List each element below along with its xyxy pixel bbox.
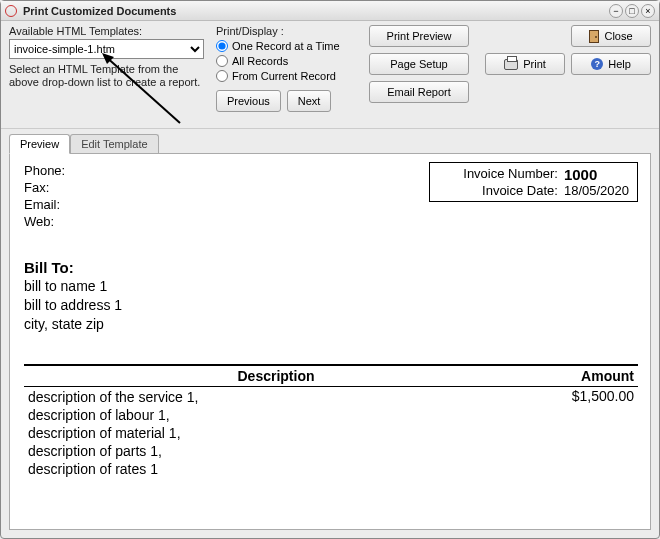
- items-table: Description Amount description of the se…: [24, 364, 638, 479]
- close-button[interactable]: Close: [571, 25, 651, 47]
- radio-from-current[interactable]: From Current Record: [216, 70, 357, 82]
- invoice-number-label: Invoice Number:: [438, 166, 558, 183]
- email-report-button[interactable]: Email Report: [369, 81, 469, 103]
- template-hint: Select an HTML Template from the above d…: [9, 63, 204, 89]
- radio-all-records[interactable]: All Records: [216, 55, 357, 67]
- tab-preview[interactable]: Preview: [9, 134, 70, 154]
- col-description: Description: [24, 365, 528, 387]
- invoice-date-label: Invoice Date:: [438, 183, 558, 198]
- tabs: Preview Edit Template: [1, 129, 659, 153]
- previous-button[interactable]: Previous: [216, 90, 281, 112]
- items-tbody: description of the service 1, descriptio…: [24, 387, 638, 480]
- row-amount: $1,500.00: [528, 387, 638, 480]
- print-button[interactable]: Print: [485, 53, 565, 75]
- tab-edit-template[interactable]: Edit Template: [70, 134, 158, 154]
- radio-all-records-input[interactable]: [216, 55, 228, 67]
- bill-to-address: bill to address 1: [24, 296, 638, 315]
- help-button[interactable]: ? Help: [571, 53, 651, 75]
- invoice-info-box: Invoice Number: 1000 Invoice Date: 18/05…: [429, 162, 638, 202]
- bill-to-heading: Bill To:: [24, 258, 638, 277]
- door-icon: [589, 30, 599, 43]
- invoice-number-value: 1000: [564, 166, 597, 183]
- page-setup-button[interactable]: Page Setup: [369, 53, 469, 75]
- titlebar[interactable]: Print Customized Documents − □ ×: [1, 1, 659, 21]
- toolbar-panel: Available HTML Templates: invoice-simple…: [1, 21, 659, 129]
- radio-one-record[interactable]: One Record at a Time: [216, 40, 357, 52]
- col-amount: Amount: [528, 365, 638, 387]
- radio-from-current-input[interactable]: [216, 70, 228, 82]
- printer-icon: [504, 59, 518, 70]
- next-button[interactable]: Next: [287, 90, 332, 112]
- templates-label: Available HTML Templates:: [9, 25, 204, 37]
- print-preview-button[interactable]: Print Preview: [369, 25, 469, 47]
- print-documents-window: Print Customized Documents − □ × Availab…: [0, 0, 660, 539]
- preview-pane: Invoice Number: 1000 Invoice Date: 18/05…: [9, 153, 651, 530]
- print-display-label: Print/Display :: [216, 25, 357, 37]
- close-window-button[interactable]: ×: [641, 4, 655, 18]
- row-description: description of the service 1, descriptio…: [24, 387, 528, 480]
- app-icon: [5, 5, 17, 17]
- help-icon: ?: [591, 58, 603, 70]
- template-select[interactable]: invoice-simple-1.htm: [9, 39, 204, 59]
- bill-to-name: bill to name 1: [24, 277, 638, 296]
- maximize-button[interactable]: □: [625, 4, 639, 18]
- invoice-date-value: 18/05/2020: [564, 183, 629, 198]
- web-label: Web:: [24, 213, 638, 230]
- table-row: description of the service 1, descriptio…: [24, 387, 638, 480]
- radio-one-record-input[interactable]: [216, 40, 228, 52]
- minimize-button[interactable]: −: [609, 4, 623, 18]
- bill-to-block: Bill To: bill to name 1 bill to address …: [24, 258, 638, 334]
- bill-to-city: city, state zip: [24, 315, 638, 334]
- preview-scroll[interactable]: Invoice Number: 1000 Invoice Date: 18/05…: [10, 154, 650, 529]
- window-title: Print Customized Documents: [23, 5, 609, 17]
